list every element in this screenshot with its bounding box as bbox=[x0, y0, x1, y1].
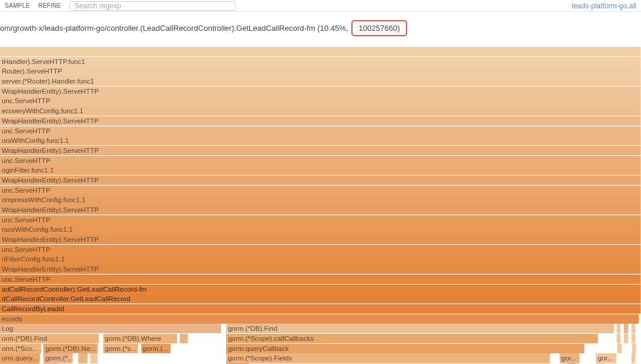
flame-frame[interactable]: unc.ServeHTTP bbox=[0, 215, 641, 225]
flame-frame[interactable]: gorm.(*Scope).Fields bbox=[226, 353, 550, 363]
flame-frame[interactable]: unc.ServeHTTP bbox=[0, 126, 641, 136]
flame-frame[interactable]: oginFilter.func1.1 bbox=[0, 165, 641, 175]
flame-frame[interactable] bbox=[617, 334, 621, 343]
toolbar: SAMPLE REFINE Search regexp leads-platfo… bbox=[0, 0, 641, 12]
flame-frame[interactable]: unc.ServeHTTP bbox=[0, 96, 641, 106]
search-input[interactable]: Search regexp bbox=[69, 1, 236, 11]
module-link[interactable]: leads-platform-go.all bbox=[572, 2, 636, 10]
flame-frame[interactable]: gorm.queryCallback bbox=[226, 344, 585, 353]
flame-frame[interactable]: gorm.(*s... bbox=[103, 344, 138, 353]
flame-frame[interactable]: raceWithConfig.func1.1 bbox=[0, 225, 641, 234]
flame-frame[interactable]: orm.query... bbox=[0, 353, 40, 363]
flame-frame[interactable] bbox=[624, 324, 629, 333]
flame-frame[interactable] bbox=[78, 353, 88, 363]
flame-frame[interactable]: WrapHandlerEntity).ServeHTTP bbox=[0, 146, 641, 155]
flame-frame[interactable]: unc.ServeHTTP bbox=[0, 274, 641, 284]
flame-frame[interactable]: dCallRecordController.GetLeadCallRecord bbox=[0, 294, 641, 304]
flame-frame[interactable]: gor... bbox=[596, 353, 617, 363]
breadcrumb-highlight: 100257660) bbox=[351, 20, 407, 36]
flame-frame[interactable] bbox=[632, 324, 636, 333]
flame-frame[interactable]: WrapHandlerEntity).ServeHTTP bbox=[0, 205, 641, 215]
flame-frame[interactable]: gorm.(... bbox=[141, 344, 172, 353]
flame-frame[interactable] bbox=[632, 353, 636, 363]
flame-frame[interactable]: gorm.(*... bbox=[43, 353, 73, 363]
flame-frame[interactable]: WrapHandlerEntity).ServeHTTP bbox=[0, 116, 641, 126]
flame-frame[interactable]: WrapHandlerEntity).ServeHTTP bbox=[0, 235, 641, 244]
flame-frame[interactable]: CallRecordByLeadId bbox=[0, 304, 641, 314]
flame-frame[interactable]: gor... bbox=[560, 353, 580, 363]
flame-frame[interactable]: orsWithConfig.func1.1 bbox=[0, 136, 641, 145]
flame-frame[interactable] bbox=[180, 334, 188, 343]
flame-frame[interactable] bbox=[632, 334, 636, 343]
flame-frame[interactable]: Log bbox=[0, 324, 221, 333]
flamegraph[interactable]: tHandler).ServeHTTP.func1 Router).ServeH… bbox=[0, 47, 641, 364]
flame-frame[interactable]: WrapHandlerEntity).ServeHTTP bbox=[0, 264, 641, 274]
refine-button[interactable]: REFINE bbox=[38, 2, 61, 9]
flame-frame[interactable]: ompressWithConfig.func1.1 bbox=[0, 195, 641, 205]
flame-frame[interactable]: Router).ServeHTTP bbox=[0, 66, 641, 76]
flame-frame[interactable]: rlFilterConfig.func1.1 bbox=[0, 254, 641, 264]
flame-frame[interactable]: adCallRecordController).GetLeadCallRecor… bbox=[0, 285, 641, 294]
flame-frame[interactable] bbox=[617, 344, 622, 353]
flame-frame[interactable]: tHandler).ServeHTTP.func1 bbox=[0, 57, 641, 66]
breadcrumb-path: om/growth-x/leads-platform-go/controller… bbox=[0, 24, 348, 33]
flame-frame[interactable]: gorm.(*DB).Find bbox=[226, 324, 614, 333]
flame-frame[interactable]: ecoveryWithConfig.func1.1 bbox=[0, 106, 641, 116]
flame-frame[interactable]: gorm.(*DB).Ne... bbox=[43, 344, 98, 353]
flame-frame[interactable]: ecords bbox=[0, 314, 639, 324]
flame-frame[interactable]: WrapHandlerEntity).ServeHTTP bbox=[0, 87, 641, 96]
flame-frame[interactable] bbox=[0, 47, 641, 56]
flame-frame[interactable] bbox=[90, 353, 98, 363]
flame-frame[interactable]: gorm.(*Scope).callCallbacks bbox=[226, 334, 598, 343]
flame-frame[interactable]: unc.ServeHTTP bbox=[0, 156, 641, 165]
breadcrumb: om/growth-x/leads-platform-go/controller… bbox=[0, 12, 641, 47]
sample-button[interactable]: SAMPLE bbox=[5, 2, 30, 9]
flame-frame[interactable]: WrapHandlerEntity).ServeHTTP bbox=[0, 175, 641, 185]
flame-frame[interactable] bbox=[632, 344, 637, 353]
flame-frame[interactable]: orm.(*DB).Find bbox=[0, 334, 99, 343]
flame-frame[interactable]: gorm.(*DB).Where bbox=[103, 334, 177, 343]
flame-frame[interactable]: unc.ServeHTTP bbox=[0, 186, 641, 195]
flame-frame[interactable] bbox=[617, 324, 621, 333]
flame-frame[interactable]: server.(*Router).Handler.func1 bbox=[0, 76, 641, 86]
flame-frame[interactable]: unc.ServeHTTP bbox=[0, 245, 641, 254]
flame-frame[interactable]: orm.(*Sco... bbox=[0, 344, 42, 353]
flame-frame[interactable] bbox=[624, 334, 629, 343]
